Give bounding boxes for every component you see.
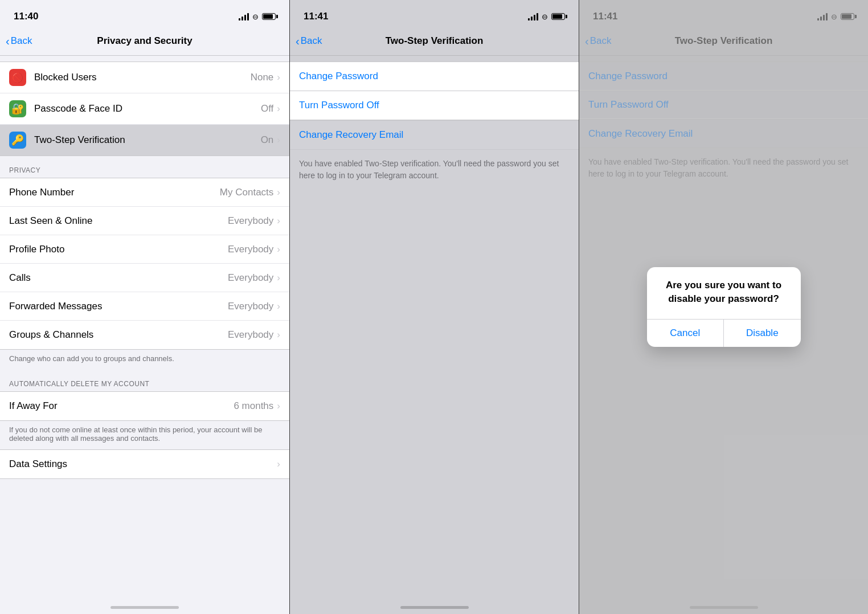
status-icons-2: ⊖: [528, 13, 565, 21]
wifi-icon-2: ⊖: [542, 13, 548, 21]
passcode-value: Off: [261, 103, 273, 114]
phone-number-row[interactable]: Phone Number My Contacts ›: [0, 178, 289, 207]
passcode-row[interactable]: 🔐 Passcode & Face ID Off ›: [0, 93, 289, 125]
signal-icon-1: [239, 13, 249, 21]
calls-chevron: ›: [277, 272, 280, 284]
phone-number-chevron: ›: [277, 187, 280, 198]
two-step-value: On: [261, 134, 274, 146]
privacy-header: PRIVACY: [0, 156, 289, 178]
phone-number-label: Phone Number: [9, 187, 220, 198]
tsv-content-2: Change Password Turn Password Off Change…: [290, 56, 579, 600]
passcode-icon: 🔐: [9, 100, 26, 117]
status-icons-1: ⊖: [239, 13, 276, 21]
turn-password-off-row-2[interactable]: Turn Password Off: [290, 91, 579, 120]
if-away-row[interactable]: If Away For 6 months ›: [0, 392, 289, 420]
auto-delete-header: AUTOMATICALLY DELETE MY ACCOUNT: [0, 370, 289, 391]
groups-channels-value: Everybody: [228, 329, 273, 341]
dialog-box: Are you sure you want to disable your pa…: [647, 267, 801, 347]
auto-delete-footer: If you do not come online at least once …: [0, 421, 289, 449]
change-recovery-group: Change Recovery Email: [290, 120, 579, 150]
passcode-chevron: ›: [277, 103, 280, 114]
status-time-1: 11:40: [14, 11, 38, 22]
screen3: 11:41 ⊖ ‹ Back Two-Step Verification Cha…: [579, 0, 868, 614]
settings-list-1: 🚫 Blocked Users None › 🔐 Passcode & Face…: [0, 56, 289, 600]
if-away-label: If Away For: [9, 400, 234, 412]
blocked-users-label: Blocked Users: [34, 72, 251, 83]
back-chevron-2: ‹: [296, 35, 300, 47]
forwarded-messages-value: Everybody: [228, 301, 273, 312]
groups-footer: Change who can add you to groups and cha…: [0, 350, 289, 370]
status-bar-1: 11:40 ⊖: [0, 0, 289, 28]
back-button-1[interactable]: ‹ Back: [6, 35, 32, 47]
data-settings-chevron: ›: [277, 459, 280, 470]
nav-title-1: Privacy and Security: [97, 35, 192, 47]
tsv-description-2: You have enabled Two-Step verification. …: [290, 150, 579, 190]
profile-photo-value: Everybody: [228, 244, 273, 255]
change-recovery-label-2: Change Recovery Email: [299, 129, 403, 141]
privacy-group: Phone Number My Contacts › Last Seen & O…: [0, 178, 289, 350]
back-label-2: Back: [301, 35, 322, 47]
change-password-row[interactable]: Change Password: [290, 62, 579, 91]
forwarded-messages-label: Forwarded Messages: [9, 301, 228, 312]
passcode-label: Passcode & Face ID: [34, 103, 261, 114]
status-time-2: 11:41: [304, 11, 328, 22]
two-step-chevron: ›: [277, 134, 280, 146]
last-seen-chevron: ›: [277, 215, 280, 227]
screen2: 11:41 ⊖ ‹ Back Two-Step Verification Cha: [289, 0, 579, 614]
dialog-overlay: Are you sure you want to disable your pa…: [579, 0, 868, 614]
nav-bar-2: ‹ Back Two-Step Verification: [290, 28, 579, 56]
last-seen-value: Everybody: [228, 215, 273, 227]
back-chevron-1: ‹: [6, 35, 10, 47]
battery-icon-1: [262, 13, 276, 20]
wifi-icon-1: ⊖: [252, 13, 259, 21]
profile-photo-chevron: ›: [277, 244, 280, 255]
screen1: 11:40 ⊖ ‹ Back Privacy and Security 🚫: [0, 0, 289, 614]
home-indicator-2: [290, 600, 579, 614]
nav-bar-1: ‹ Back Privacy and Security: [0, 28, 289, 56]
calls-value: Everybody: [228, 272, 273, 284]
change-password-group: Change Password: [290, 62, 579, 91]
turn-password-off-label-2: Turn Password Off: [299, 100, 379, 111]
profile-photo-row[interactable]: Profile Photo Everybody ›: [0, 235, 289, 264]
calls-label: Calls: [9, 272, 228, 284]
cancel-button[interactable]: Cancel: [647, 320, 724, 347]
blocked-users-chevron: ›: [277, 72, 280, 83]
blocked-users-row[interactable]: 🚫 Blocked Users None ›: [0, 62, 289, 93]
status-bar-2: 11:41 ⊖: [290, 0, 579, 28]
groups-channels-label: Groups & Channels: [9, 329, 228, 341]
turn-off-group-highlighted: Turn Password Off: [290, 91, 579, 120]
back-button-2[interactable]: ‹ Back: [296, 35, 322, 47]
auto-delete-group: If Away For 6 months ›: [0, 391, 289, 421]
signal-icon-2: [528, 13, 538, 21]
blocked-users-icon: 🚫: [9, 69, 26, 86]
data-settings-row[interactable]: Data Settings ›: [0, 450, 289, 478]
groups-channels-chevron: ›: [277, 329, 280, 341]
dialog-title: Are you sure you want to disable your pa…: [647, 267, 801, 310]
two-step-label: Two-Step Verification: [34, 134, 261, 146]
groups-channels-row[interactable]: Groups & Channels Everybody ›: [0, 321, 289, 349]
profile-photo-label: Profile Photo: [9, 244, 228, 255]
change-password-label: Change Password: [299, 71, 378, 82]
nav-title-2: Two-Step Verification: [386, 35, 484, 47]
disable-button[interactable]: Disable: [723, 320, 801, 347]
phone-number-value: My Contacts: [220, 187, 273, 198]
if-away-value: 6 months: [234, 400, 273, 412]
forwarded-messages-chevron: ›: [277, 301, 280, 312]
data-settings-group: Data Settings ›: [0, 449, 289, 479]
last-seen-row[interactable]: Last Seen & Online Everybody ›: [0, 207, 289, 235]
battery-icon-2: [551, 13, 565, 20]
top-group: 🚫 Blocked Users None › 🔐 Passcode & Face…: [0, 62, 289, 156]
forwarded-messages-row[interactable]: Forwarded Messages Everybody ›: [0, 292, 289, 321]
home-indicator-1: [0, 600, 289, 614]
last-seen-label: Last Seen & Online: [9, 215, 228, 227]
if-away-chevron: ›: [277, 400, 280, 412]
calls-row[interactable]: Calls Everybody ›: [0, 264, 289, 292]
data-settings-label: Data Settings: [9, 459, 277, 470]
back-label-1: Back: [11, 35, 32, 47]
two-step-row[interactable]: 🔑 Two-Step Verification On ›: [0, 125, 289, 155]
change-recovery-row-2[interactable]: Change Recovery Email: [290, 121, 579, 149]
blocked-users-value: None: [251, 72, 274, 83]
two-step-icon: 🔑: [9, 132, 26, 149]
dialog-buttons: Cancel Disable: [647, 319, 801, 347]
